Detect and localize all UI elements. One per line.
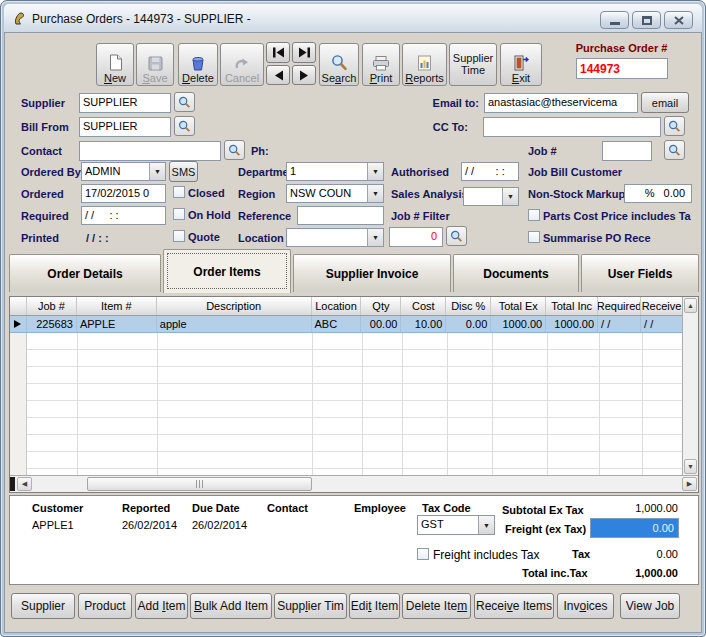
col-disc[interactable]: Disc % <box>446 297 491 315</box>
scroll-up-button[interactable]: ▲ <box>684 298 697 313</box>
purchase-orders-window: Purchase Orders - 144973 - SUPPLIER - Ne… <box>0 0 706 637</box>
supplier-time-bottom-button[interactable]: Supplier Tim <box>274 593 347 619</box>
tax-code-dropdown[interactable]: GST ▼ <box>417 515 495 535</box>
email-to-field[interactable]: anastasiac@theservicema <box>484 93 638 113</box>
tab-order-details[interactable]: Order Details <box>9 254 161 292</box>
col-total-inc[interactable]: Total Inc <box>546 297 598 315</box>
col-cost[interactable]: Cost <box>401 297 446 315</box>
job-filter-lookup-button[interactable] <box>446 226 467 246</box>
ordered-date-field[interactable]: 17/02/2015 0 <box>81 184 166 203</box>
job-number-lookup-button[interactable] <box>664 140 685 160</box>
first-record-button[interactable] <box>266 42 290 63</box>
chevron-down-icon[interactable]: ▼ <box>367 185 383 202</box>
job-filter-field[interactable]: 0 <box>389 227 443 247</box>
ordered-by-dropdown[interactable]: ADMIN ▼ <box>81 162 166 181</box>
grid-horizontal-scrollbar[interactable]: ◀ ▶ <box>10 475 698 492</box>
edit-item-button[interactable]: Edit Item <box>349 593 400 619</box>
maximize-button[interactable] <box>632 11 661 29</box>
search-button[interactable]: Search <box>319 43 359 86</box>
minimize-button[interactable] <box>600 11 629 29</box>
scroll-right-button[interactable]: ▶ <box>682 477 697 491</box>
supplier-lookup-button[interactable] <box>174 92 195 112</box>
cell-disc: 0.00 <box>446 316 491 332</box>
email-button[interactable]: email <box>641 92 689 113</box>
reference-field[interactable] <box>297 206 384 225</box>
close-button[interactable] <box>664 11 693 29</box>
authorised-date-field[interactable]: / / : : <box>461 162 519 181</box>
previous-record-button[interactable] <box>266 65 290 85</box>
new-button[interactable]: New <box>96 43 134 86</box>
grid-vertical-scrollbar[interactable]: ▲ ▼ <box>682 297 698 475</box>
freight-field[interactable]: 0.00 <box>590 518 679 538</box>
purchase-order-number-field[interactable]: 144973 <box>576 58 668 79</box>
supplier-button[interactable]: Supplier <box>11 593 75 619</box>
col-qty[interactable]: Qty <box>361 297 401 315</box>
contact-field[interactable] <box>79 141 221 161</box>
chevron-down-icon[interactable]: ▼ <box>367 163 383 180</box>
title-bar[interactable]: Purchase Orders - 144973 - SUPPLIER - <box>4 4 702 32</box>
delete-button[interactable]: Delete <box>178 43 218 86</box>
required-date-field[interactable]: / / : : <box>81 206 166 225</box>
next-record-button[interactable] <box>292 65 316 85</box>
table-row-selected[interactable]: 225683 APPLE apple ABC 00.00 10.00 0.00 … <box>10 316 682 333</box>
add-item-button[interactable]: Add Item <box>135 593 188 619</box>
col-location[interactable]: Location <box>312 297 362 315</box>
receive-items-button[interactable]: Receive Items <box>474 593 554 619</box>
col-receive[interactable]: Receive <box>641 297 682 315</box>
closed-checkbox[interactable] <box>173 186 185 198</box>
region-dropdown[interactable]: NSW COUN ▼ <box>286 184 384 203</box>
scrollbar-thumb[interactable] <box>87 477 312 491</box>
order-items-grid: Job # Item # Description Location Qty Co… <box>9 296 699 493</box>
freight-includes-tax-checkbox[interactable] <box>417 548 429 560</box>
tax-label: Tax <box>572 548 590 560</box>
reports-button[interactable]: Reports <box>402 43 447 86</box>
col-total-ex[interactable]: Total Ex <box>491 297 546 315</box>
on-hold-checkbox[interactable] <box>173 208 185 220</box>
delete-item-button[interactable]: Delete Item <box>402 593 471 619</box>
exit-button[interactable]: Exit <box>500 43 542 86</box>
col-description[interactable]: Description <box>157 297 312 315</box>
tab-documents[interactable]: Documents <box>453 254 579 292</box>
cc-to-field[interactable] <box>483 117 661 137</box>
supplier-time-button[interactable]: Supplier Time <box>449 43 497 86</box>
col-item[interactable]: Item # <box>77 297 157 315</box>
scroll-down-button[interactable]: ▼ <box>684 459 697 474</box>
chevron-down-icon[interactable]: ▼ <box>478 516 494 534</box>
parts-cost-checkbox[interactable] <box>528 209 540 221</box>
chevron-down-icon[interactable]: ▼ <box>502 188 518 205</box>
chevron-down-icon[interactable]: ▼ <box>149 163 165 180</box>
chevron-down-icon[interactable]: ▼ <box>367 229 383 246</box>
invoices-button[interactable]: Invoices <box>557 593 614 619</box>
tab-user-fields[interactable]: User Fields <box>581 254 699 292</box>
current-row-arrow-icon <box>14 320 21 328</box>
bill-from-field[interactable]: SUPPLIER <box>79 117 171 137</box>
sales-analysis-dropdown[interactable]: ▼ <box>463 187 519 206</box>
bulk-add-item-button[interactable]: Bulk Add Item <box>190 593 272 619</box>
sms-button[interactable]: SMS <box>169 161 198 182</box>
contact-lookup-button[interactable] <box>224 140 245 160</box>
cc-to-lookup-button[interactable] <box>664 116 685 136</box>
tab-order-items[interactable]: Order Items <box>163 249 291 293</box>
department-dropdown[interactable]: 1 ▼ <box>286 162 384 181</box>
cc-to-label: CC To: <box>421 121 468 133</box>
bill-from-lookup-button[interactable] <box>174 116 195 136</box>
column-splitter[interactable] <box>10 477 15 491</box>
tab-supplier-invoice[interactable]: Supplier Invoice <box>293 254 451 292</box>
product-button[interactable]: Product <box>78 593 132 619</box>
supplier-field[interactable]: SUPPLIER <box>79 93 171 113</box>
col-job[interactable]: Job # <box>27 297 77 315</box>
view-job-button[interactable]: View Job <box>620 593 680 619</box>
grid-empty-area[interactable] <box>10 333 682 475</box>
cancel-button[interactable]: Cancel <box>220 43 264 86</box>
email-to-label: Email to: <box>421 97 479 109</box>
non-stock-markup-field[interactable]: % 0.00 <box>624 184 692 203</box>
summarise-checkbox[interactable] <box>528 231 540 243</box>
quote-checkbox[interactable] <box>173 230 185 242</box>
save-button[interactable]: Save <box>136 43 174 86</box>
print-button[interactable]: Print <box>362 43 400 86</box>
job-number-field[interactable] <box>602 141 652 161</box>
last-record-button[interactable] <box>292 42 316 63</box>
location-dropdown[interactable]: ▼ <box>286 228 384 247</box>
col-required[interactable]: Required <box>598 297 641 315</box>
scroll-left-button[interactable]: ◀ <box>17 477 32 491</box>
